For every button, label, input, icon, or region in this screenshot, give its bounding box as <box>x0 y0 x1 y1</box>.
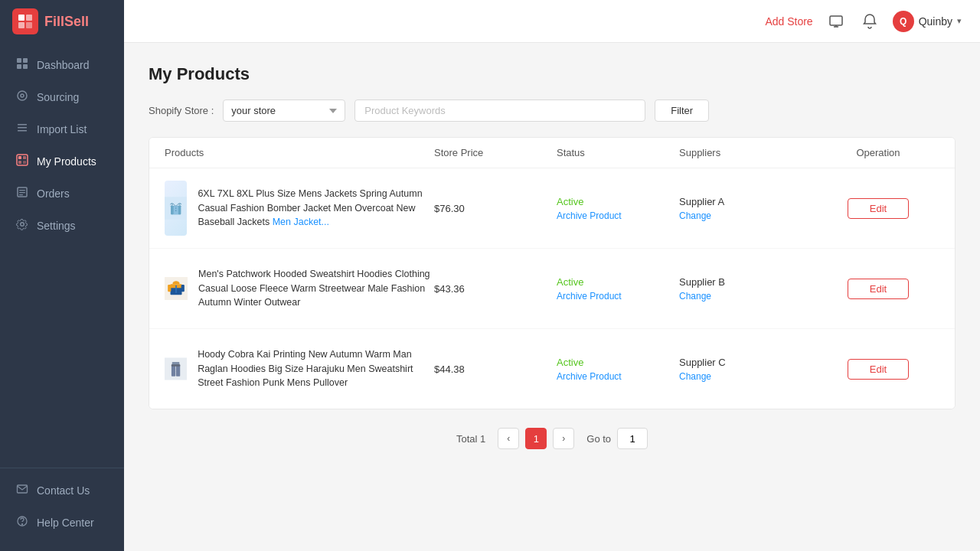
svg-rect-5 <box>23 58 28 63</box>
current-page-button[interactable]: 1 <box>525 428 547 449</box>
operation-cell: Edit <box>817 279 939 299</box>
logo-icon <box>12 8 38 34</box>
goto-input[interactable] <box>617 428 648 449</box>
chevron-down-icon: ▾ <box>957 16 962 26</box>
status-active: Active <box>557 196 679 207</box>
keyword-input[interactable] <box>354 99 645 122</box>
svg-rect-15 <box>23 156 26 159</box>
sidebar-bottom: Contact Us Help Center <box>0 468 124 551</box>
page-title: My Products <box>149 64 956 84</box>
product-info: 6XL 7XL 8XL Plus Size Mens Jackets Sprin… <box>165 181 434 236</box>
product-supplier: Supplier C Change <box>679 357 817 382</box>
svg-rect-10 <box>18 124 27 126</box>
sidebar-item-label: Orders <box>37 187 70 200</box>
add-store-button[interactable]: Add Store <box>765 15 812 28</box>
svg-rect-43 <box>172 364 180 366</box>
change-supplier-link[interactable]: Change <box>679 291 817 302</box>
sidebar-item-sourcing[interactable]: Sourcing <box>0 81 124 113</box>
sidebar-item-orders[interactable]: Orders <box>0 178 124 210</box>
settings-icon <box>15 218 29 233</box>
orders-icon <box>15 186 29 201</box>
supplier-name: Supplier B <box>679 276 817 288</box>
product-status: Active Archive Product <box>557 276 679 302</box>
svg-rect-11 <box>18 127 27 129</box>
svg-rect-25 <box>830 16 842 25</box>
my-products-icon <box>15 154 29 169</box>
svg-rect-3 <box>26 22 32 28</box>
sidebar-item-my-products[interactable]: My Products <box>0 145 124 178</box>
svg-point-24 <box>22 524 23 525</box>
status-active: Active <box>557 276 679 288</box>
import-list-icon <box>15 122 29 137</box>
supplier-name: Supplier A <box>679 196 817 207</box>
dashboard-icon <box>15 57 29 73</box>
product-title: 6XL 7XL 8XL Plus Size Mens Jackets Sprin… <box>198 187 434 230</box>
sidebar-item-import-list[interactable]: Import List <box>0 113 124 145</box>
sidebar-item-dashboard[interactable]: Dashboard <box>0 49 124 81</box>
sidebar-nav: Dashboard Sourcing Import List <box>0 43 124 468</box>
svg-rect-7 <box>23 64 28 69</box>
edit-button[interactable]: Edit <box>848 279 909 299</box>
sidebar-item-help-center[interactable]: Help Center <box>0 507 124 539</box>
supplier-name: Supplier C <box>679 357 817 368</box>
product-info: Hoody Cobra Kai Printing New Autumn Warm… <box>165 341 434 396</box>
product-thumbnail <box>165 341 187 396</box>
product-title: Hoody Cobra Kai Printing New Autumn Warm… <box>198 347 434 390</box>
svg-rect-16 <box>18 161 21 164</box>
edit-button[interactable]: Edit <box>848 198 909 219</box>
svg-rect-37 <box>181 285 185 292</box>
operation-cell: Edit <box>817 198 939 219</box>
svg-point-29 <box>175 207 177 209</box>
svg-rect-14 <box>18 156 21 159</box>
filter-bar: Shopify Store : your store Filter <box>149 99 956 122</box>
change-supplier-link[interactable]: Change <box>679 371 817 382</box>
monitor-icon[interactable] <box>825 11 847 32</box>
product-price: $43.36 <box>434 283 557 295</box>
products-table: Products Store Price Status Suppliers Op… <box>149 137 956 409</box>
shopify-store-label: Shopify Store : <box>149 105 214 116</box>
table-row: Hoody Cobra Kai Printing New Autumn Warm… <box>149 329 955 409</box>
product-status: Active Archive Product <box>557 196 679 221</box>
pagination-bar: Total 1 ‹ 1 › Go to <box>149 428 956 449</box>
next-page-button[interactable]: › <box>553 428 574 449</box>
archive-product-link[interactable]: Archive Product <box>557 371 679 382</box>
archive-product-link[interactable]: Archive Product <box>557 291 679 302</box>
change-supplier-link[interactable]: Change <box>679 210 817 221</box>
product-status: Active Archive Product <box>557 357 679 382</box>
sidebar-item-label: Contact Us <box>37 484 90 497</box>
header-products: Products <box>165 147 434 158</box>
svg-point-8 <box>18 91 27 100</box>
user-avatar: Q <box>893 11 914 32</box>
notification-icon[interactable] <box>859 11 880 32</box>
sidebar-item-label: My Products <box>37 155 96 168</box>
filter-button[interactable]: Filter <box>655 99 709 122</box>
topbar: Add Store Q Quinby ▾ <box>124 0 980 43</box>
table-row: 6XL 7XL 8XL Plus Size Mens Jackets Sprin… <box>149 168 955 249</box>
user-menu[interactable]: Q Quinby ▾ <box>893 11 962 32</box>
user-name: Quinby <box>919 15 952 28</box>
goto-label: Go to <box>586 433 611 445</box>
header-operation: Operation <box>817 147 939 158</box>
store-select[interactable]: your store <box>223 99 345 122</box>
svg-rect-22 <box>18 485 28 493</box>
svg-rect-32 <box>178 206 181 214</box>
svg-rect-12 <box>18 130 27 132</box>
main-content: My Products Shopify Store : your store F… <box>124 43 980 551</box>
product-supplier: Supplier A Change <box>679 196 817 221</box>
sidebar-item-label: Help Center <box>37 517 94 529</box>
svg-rect-21 <box>19 194 23 195</box>
archive-product-link[interactable]: Archive Product <box>557 210 679 221</box>
prev-page-button[interactable]: ‹ <box>498 428 519 449</box>
sidebar-item-settings[interactable]: Settings <box>0 210 124 242</box>
sidebar-item-contact-us[interactable]: Contact Us <box>0 474 124 507</box>
svg-rect-4 <box>17 58 21 63</box>
svg-rect-19 <box>19 190 25 191</box>
product-supplier: Supplier B Change <box>679 276 817 302</box>
svg-rect-36 <box>168 285 171 292</box>
operation-cell: Edit <box>817 359 939 380</box>
edit-button[interactable]: Edit <box>848 359 909 380</box>
contact-icon <box>15 483 29 498</box>
svg-rect-31 <box>171 206 173 214</box>
table-header: Products Store Price Status Suppliers Op… <box>149 138 955 168</box>
svg-rect-17 <box>23 161 26 164</box>
